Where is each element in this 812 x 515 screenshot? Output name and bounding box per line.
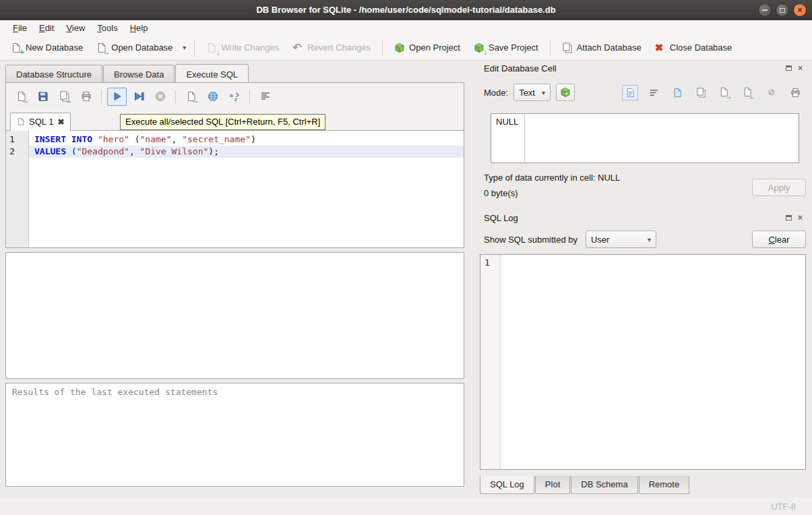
menu-edit[interactable]: Edit bbox=[33, 22, 60, 34]
cell-value-editor[interactable]: NULL bbox=[491, 113, 799, 163]
import-from-file-button[interactable] bbox=[556, 84, 575, 101]
encoding-indicator[interactable]: UTF-8 bbox=[771, 502, 796, 512]
status-bar: UTF-8 bbox=[0, 497, 812, 515]
maximize-button[interactable] bbox=[776, 3, 789, 17]
mode-combobox[interactable]: Text ▾ bbox=[513, 84, 551, 101]
sql-code-area[interactable]: INSERT INTO "hero" ("name", "secret_name… bbox=[29, 131, 464, 247]
sql-doc-icon bbox=[17, 117, 25, 126]
tab-database-structure[interactable]: Database Structure bbox=[5, 65, 102, 84]
sql-log-view[interactable]: 1 bbox=[480, 254, 806, 470]
close-database-button[interactable]: ✖ Close Database bbox=[650, 39, 738, 57]
title-bar[interactable]: DB Browser for SQLite - /home/user/code/… bbox=[0, 0, 812, 20]
apply-button[interactable]: Apply bbox=[752, 179, 806, 196]
cell-type-info: Type of data currently in cell: NULL bbox=[484, 173, 620, 183]
sql-tab-label: SQL 1 bbox=[29, 117, 53, 127]
revert-changes-button[interactable]: ↶ Revert Changes bbox=[287, 39, 376, 57]
maximize-icon bbox=[780, 8, 785, 13]
submitted-by-value: User bbox=[591, 235, 609, 245]
menu-help[interactable]: Help bbox=[124, 22, 154, 34]
import-doc-icon: ← bbox=[743, 87, 753, 98]
right-dock: Edit Database Cell × Mode: Text ▾ bbox=[480, 61, 807, 497]
open-external-button[interactable] bbox=[669, 85, 685, 100]
toolbar-separator bbox=[249, 90, 250, 103]
sql-log-header: SQL Log × bbox=[484, 212, 805, 224]
find-replace-button[interactable] bbox=[203, 88, 222, 106]
attach-database-button[interactable]: Attach Database bbox=[557, 39, 647, 57]
sql-log-title: SQL Log bbox=[484, 213, 518, 223]
export-cell-button[interactable]: → bbox=[716, 85, 732, 100]
set-null-button[interactable] bbox=[763, 85, 780, 100]
execute-all-button[interactable] bbox=[107, 88, 127, 106]
tab-plot[interactable]: Plot bbox=[535, 476, 570, 494]
revert-changes-icon: ↶ bbox=[292, 42, 303, 53]
save-project-button[interactable]: ↓ Save Project bbox=[468, 39, 544, 57]
sql-editor[interactable]: 1 2 INSERT INTO "hero" ("name", "secret_… bbox=[6, 131, 464, 247]
open-project-icon bbox=[394, 42, 405, 53]
export-results-icon: → bbox=[186, 91, 197, 102]
toolbar-separator bbox=[101, 90, 102, 103]
sql-editor-toolbar: → → bbox=[6, 83, 464, 110]
open-project-button[interactable]: Open Project bbox=[389, 39, 466, 57]
cell-size-info: 0 byte(s) bbox=[484, 188, 518, 198]
new-database-button[interactable]: + New Database bbox=[5, 39, 88, 57]
submitted-by-combobox[interactable]: User ▾ bbox=[586, 231, 656, 248]
execute-all-icon bbox=[112, 91, 123, 102]
menu-file[interactable]: File bbox=[7, 22, 33, 34]
text-mode-button[interactable] bbox=[622, 85, 638, 100]
float-panel-icon bbox=[786, 215, 792, 220]
close-panel-button[interactable]: × bbox=[796, 64, 805, 72]
import-cell-button[interactable]: ← bbox=[740, 85, 756, 100]
new-database-icon: + bbox=[11, 42, 22, 53]
print-icon bbox=[81, 91, 92, 102]
toolbar-separator bbox=[175, 90, 176, 103]
open-sql-file-icon: → bbox=[16, 91, 27, 102]
print-cell-button[interactable] bbox=[787, 85, 803, 100]
toolbar-separator bbox=[382, 40, 383, 56]
menu-view[interactable]: View bbox=[60, 22, 91, 34]
minimize-button[interactable] bbox=[758, 3, 772, 17]
editor-line-2: VALUES ("Deadpond", "Dive Wilson"); bbox=[29, 146, 464, 158]
open-database-dropdown[interactable]: ▾ bbox=[181, 40, 188, 55]
tab-sql-log[interactable]: SQL Log bbox=[480, 476, 534, 494]
filter-label: Show SQL submitted by bbox=[484, 235, 577, 245]
clear-log-button[interactable]: Clear bbox=[752, 231, 806, 248]
write-changes-button[interactable]: ↓ Write Changes bbox=[201, 39, 284, 57]
log-content[interactable] bbox=[501, 255, 805, 469]
tab-execute-sql[interactable]: Execute SQL bbox=[175, 64, 249, 83]
save-sql-file-button[interactable] bbox=[33, 88, 53, 106]
edit-cell-title: Edit Database Cell bbox=[484, 63, 557, 73]
svg-text:a: a bbox=[230, 92, 233, 98]
close-button[interactable]: × bbox=[793, 3, 807, 17]
menu-tools[interactable]: Tools bbox=[91, 22, 123, 34]
main-toolbar: + New Database → Open Database ▾ ↓ Write… bbox=[0, 35, 812, 61]
close-icon: × bbox=[797, 6, 802, 14]
format-sql-button[interactable] bbox=[255, 88, 275, 106]
close-panel-button[interactable]: × bbox=[796, 214, 805, 222]
float-panel-button[interactable] bbox=[784, 64, 793, 72]
sql-tab-1[interactable]: SQL 1 ✖ bbox=[10, 113, 71, 131]
results-message-area[interactable]: Results of the last executed statements bbox=[5, 383, 464, 487]
results-grid[interactable] bbox=[5, 252, 464, 379]
autocomplete-button[interactable]: az bbox=[224, 88, 244, 106]
toolbar-separator bbox=[550, 40, 551, 56]
autocomplete-icon: az bbox=[229, 91, 240, 102]
execute-line-button[interactable] bbox=[129, 88, 148, 106]
tab-remote[interactable]: Remote bbox=[639, 476, 690, 494]
log-line-gutter: 1 bbox=[480, 255, 501, 469]
export-results-button[interactable]: → bbox=[181, 88, 201, 106]
word-wrap-button[interactable] bbox=[646, 85, 662, 100]
print-sql-button[interactable] bbox=[76, 88, 96, 106]
sql-tab-close-icon[interactable]: ✖ bbox=[57, 117, 64, 127]
open-database-button[interactable]: → Open Database bbox=[91, 39, 178, 57]
open-sql-file-button[interactable]: → bbox=[11, 88, 31, 106]
float-panel-button[interactable] bbox=[784, 214, 793, 222]
copy-cell-button[interactable] bbox=[693, 85, 709, 100]
stop-execution-button[interactable] bbox=[150, 88, 170, 106]
tab-browse-data[interactable]: Browse Data bbox=[103, 65, 175, 84]
tab-db-schema[interactable]: DB Schema bbox=[571, 476, 637, 494]
save-sql-as-button[interactable]: → bbox=[55, 88, 74, 106]
cell-edit-area[interactable] bbox=[525, 114, 799, 162]
sql-log-filter-row: Show SQL submitted by User ▾ Clear bbox=[484, 229, 806, 249]
execute-sql-panel: → → bbox=[5, 82, 464, 248]
log-line-number: 1 bbox=[485, 258, 490, 268]
